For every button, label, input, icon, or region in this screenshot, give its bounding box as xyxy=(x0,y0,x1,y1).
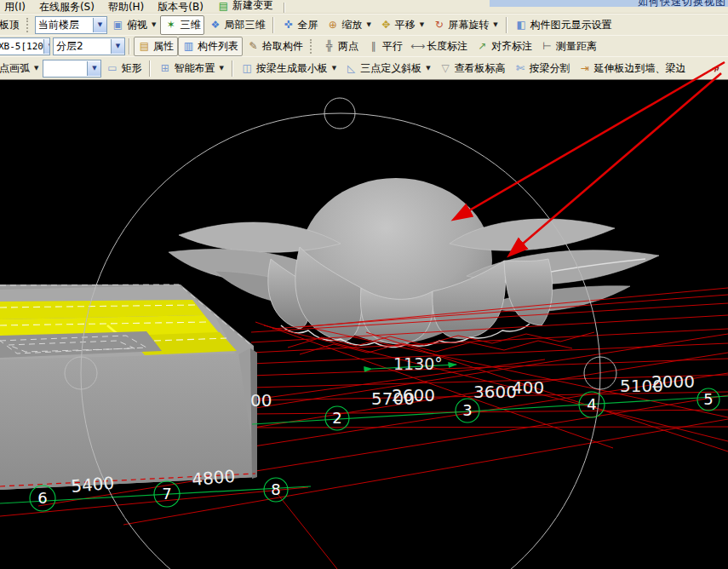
toolbar-grip[interactable] xyxy=(310,39,314,54)
three-point-slope-slab-button[interactable]: ◺ 三点定义斜板 ▼ xyxy=(341,59,434,78)
smart-placement-label: 智能布置 xyxy=(174,61,215,76)
chevron-down-icon[interactable]: ▼ xyxy=(152,21,156,28)
full-screen-button[interactable]: ✜ 全屏 xyxy=(278,15,322,35)
align-dimension-button[interactable]: ↗ 对齐标注 xyxy=(472,37,536,56)
dimension-label: 400 xyxy=(512,377,544,398)
full-screen-icon: ✜ xyxy=(282,19,295,32)
local-three-d-label: 局部三维 xyxy=(224,18,265,32)
chevron-down-icon[interactable]: ▼ xyxy=(426,65,430,72)
split-by-beam-button[interactable]: ✄ 按梁分割 xyxy=(510,59,575,78)
chevron-down-icon[interactable]: ▼ xyxy=(43,39,50,54)
align-dimension-icon: ↗ xyxy=(476,40,489,53)
3d-viewport[interactable]: 00 5700 2600 3600 400 5100 2000 5400 480… xyxy=(0,80,728,569)
current-floor-combo[interactable]: 当前楼层 ▼ xyxy=(35,16,107,34)
parallel-button[interactable]: ∥ 平行 xyxy=(363,37,407,56)
split-by-beam-label: 按梁分割 xyxy=(530,61,570,76)
new-change-icon: ▤ xyxy=(217,0,230,12)
chevron-down-icon[interactable]: ▼ xyxy=(332,65,336,72)
chevron-down-icon[interactable]: ▼ xyxy=(87,61,100,76)
menu-new-change-label: 新建变更 xyxy=(232,0,273,13)
three-d-icon: ✶ xyxy=(164,19,177,32)
length-dimension-button[interactable]: ⟷ 长度标注 xyxy=(407,37,472,56)
menu-online-service[interactable]: 在线服务(S) xyxy=(32,1,101,13)
view-slab-elevation-label: 查看板标高 xyxy=(455,61,506,76)
chevron-down-icon[interactable]: ▼ xyxy=(93,18,106,32)
layer-value: 分层2 xyxy=(56,39,83,54)
three-d-button[interactable]: ✶ 三维 xyxy=(160,15,204,35)
building-model xyxy=(0,284,257,490)
menu-apply[interactable]: 用(I) xyxy=(0,1,32,13)
toolbar-separator xyxy=(506,17,507,33)
smart-placement-button[interactable]: ⊞ 智能布置 ▼ xyxy=(154,59,227,78)
menubar-separator xyxy=(284,3,285,13)
grid-bubble: 6 xyxy=(30,486,55,511)
two-points-button[interactable]: ╬ 两点 xyxy=(318,37,363,56)
length-dimension-icon: ⟷ xyxy=(411,40,424,53)
properties-button[interactable]: ▤ 属性 xyxy=(134,37,178,56)
slab-type-combo[interactable]: XB-5[120 ▼ xyxy=(0,37,50,55)
min-slab-by-beam-label: 按梁生成最小板 xyxy=(256,61,328,76)
chevron-down-icon[interactable]: ▼ xyxy=(111,39,124,54)
screen-rotate-button[interactable]: ↻ 屏幕旋转 ▼ xyxy=(428,15,502,35)
properties-label: 属性 xyxy=(153,39,174,54)
measure-distance-button[interactable]: ⊢ 测量距离 xyxy=(536,37,601,56)
menu-new-change[interactable]: ▤ 新建变更 xyxy=(210,0,280,13)
min-slab-icon: ◫ xyxy=(241,62,254,75)
min-slab-by-beam-button[interactable]: ◫ 按梁生成最小板 ▼ xyxy=(237,59,341,78)
zoom-icon: ⊕ xyxy=(326,19,339,32)
three-d-label: 三维 xyxy=(180,18,200,32)
svg-text:3: 3 xyxy=(462,401,472,419)
eyedropper-icon: ✎ xyxy=(247,40,260,53)
draw-option-combo[interactable]: ▼ xyxy=(43,60,101,78)
element-display-settings-button[interactable]: ◧ 构件图元显示设置 xyxy=(511,15,616,35)
menu-version[interactable]: 版本号(B) xyxy=(151,1,210,13)
length-dimension-label: 长度标注 xyxy=(427,39,467,54)
menu-help[interactable]: 帮助(H) xyxy=(101,1,151,13)
dimension-label: 2000 xyxy=(651,371,695,392)
local-three-d-button[interactable]: ❖ 局部三维 xyxy=(204,15,269,35)
top-view-button[interactable]: ▣ 俯视 ▼ xyxy=(107,15,160,35)
toolbar-grip[interactable] xyxy=(26,18,31,32)
layer-combo[interactable]: 分层2 ▼ xyxy=(53,37,125,55)
slab-top-button[interactable]: 板顶 xyxy=(0,15,24,35)
pan-label: 平移 xyxy=(395,18,416,32)
element-list-button[interactable]: ▥ 构件列表 xyxy=(178,37,243,56)
parallel-icon: ∥ xyxy=(367,40,380,53)
lotus-structure xyxy=(169,178,659,348)
split-icon: ✄ xyxy=(514,62,527,75)
measure-distance-label: 测量距离 xyxy=(556,39,597,54)
view-slab-elevation-button[interactable]: ▽ 查看板标高 xyxy=(435,59,510,78)
arc-label: 点画弧 xyxy=(0,61,30,76)
menubar: 用(I) 在线服务(S) 帮助(H) 版本号(B) ▤ 新建变更 如何快速切换视… xyxy=(0,0,728,14)
rectangle-button[interactable]: ▭ 矩形 xyxy=(101,59,146,78)
extend-slab-edge-button[interactable]: ⇥ 延伸板边到墙、梁边 xyxy=(575,59,691,78)
chevron-down-icon[interactable]: ▼ xyxy=(219,65,223,72)
chevron-down-icon[interactable]: ▼ xyxy=(493,21,497,28)
chevron-down-icon[interactable]: ▼ xyxy=(34,65,38,72)
dimension-label: 4800 xyxy=(191,466,236,490)
pan-button[interactable]: ✥ 平移 ▼ xyxy=(375,15,428,35)
viewport-canvas[interactable]: 00 5700 2600 3600 400 5100 2000 5400 480… xyxy=(0,80,728,569)
pick-element-label: 拾取构件 xyxy=(262,39,303,54)
display-settings-icon: ◧ xyxy=(515,19,528,32)
pick-element-button[interactable]: ✎ 拾取构件 xyxy=(243,37,307,56)
properties-icon: ▤ xyxy=(138,40,151,53)
slope-slab-icon: ◺ xyxy=(345,62,358,75)
element-list-label: 构件列表 xyxy=(198,39,238,54)
full-screen-label: 全屏 xyxy=(297,18,318,32)
toolbar-overflow-button[interactable]: » xyxy=(709,60,722,76)
zoom-button[interactable]: ⊕ 缩放 ▼ xyxy=(322,15,375,35)
top-view-label: 俯视 xyxy=(127,18,147,32)
chevron-down-icon[interactable]: ▼ xyxy=(366,21,370,28)
svg-text:2: 2 xyxy=(332,409,341,427)
three-point-slope-slab-label: 三点定义斜板 xyxy=(360,61,421,76)
two-points-icon: ╬ xyxy=(323,40,335,53)
toolbar-separator xyxy=(232,60,233,77)
chevron-down-icon[interactable]: ▼ xyxy=(420,21,424,28)
arc-button[interactable]: 点画弧 ▼ xyxy=(0,59,43,78)
screen-rotate-label: 屏幕旋转 xyxy=(448,18,489,32)
help-hint-banner[interactable]: 如何快速切换视图 xyxy=(490,0,728,7)
screen-rotate-icon: ↻ xyxy=(433,19,445,32)
angle-label: 1130° xyxy=(393,354,443,373)
extend-slab-edge-label: 延伸板边到墙、梁边 xyxy=(594,61,686,76)
